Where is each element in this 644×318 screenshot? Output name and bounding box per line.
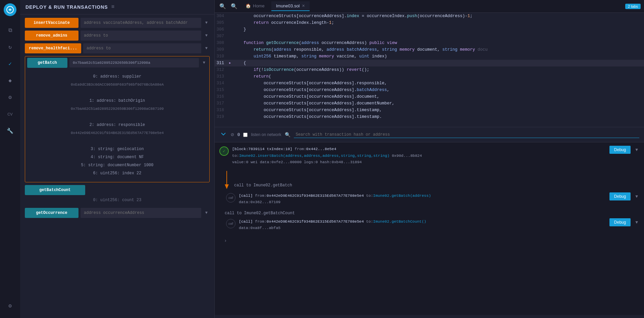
result-4-label: 4: string: document NF xyxy=(91,155,144,160)
line-num-319: 319 xyxy=(215,113,229,120)
code-editor: 304 occurrenceStructs[occurrenceAddress]… xyxy=(215,13,644,127)
result-3-label: 3: string: geolocation xyxy=(91,147,144,151)
getbatch-input[interactable] xyxy=(69,58,199,67)
more-arrow[interactable]: › xyxy=(219,237,639,245)
deploy-content: insertVaccinate ▼ remove_admins ▼ remove… xyxy=(20,14,214,318)
stop-icon[interactable]: ⊘ xyxy=(231,131,234,138)
tx-call-icon-getbatch: call xyxy=(226,193,235,202)
tx-expand-icon-1[interactable]: ▼ xyxy=(634,146,639,154)
tx-debug-btn-getbatchcount[interactable]: Debug xyxy=(609,218,631,226)
result-0-label: 0: address: supplier xyxy=(93,74,141,79)
nav-diamond-icon[interactable]: ◆ xyxy=(5,75,15,86)
func-row-insertvaccinate: insertVaccinate ▼ xyxy=(25,18,210,28)
line-num-311: 311 xyxy=(215,60,229,66)
insertvaccinate-chevron[interactable]: ▼ xyxy=(203,18,210,28)
getbatch-button[interactable]: getBatch xyxy=(27,58,67,68)
listen-checkbox[interactable] xyxy=(243,133,248,137)
tx-debug-btn-getbatch[interactable]: Debug xyxy=(609,192,631,200)
code-line-317: 317 occurrenceStructs[occurrenceAddress]… xyxy=(215,100,644,107)
tx-panel: ⊘ 0 listen on network 🔍 ✓ [block:7839114… xyxy=(215,127,644,315)
insertvaccinate-input[interactable] xyxy=(80,18,201,28)
tx-debug-btn-1[interactable]: Debug xyxy=(609,146,631,154)
tx-expand-icon-getbatchcount[interactable]: ▼ xyxy=(634,218,639,227)
removehealthfaci-input[interactable] xyxy=(83,43,201,53)
tab-imune03[interactable]: Imune03.sol ✕ xyxy=(271,1,310,11)
deploy-panel: DEPLOY & RUN TRANSACTIONS ≡ insertVaccin… xyxy=(20,0,215,318)
svg-marker-2 xyxy=(225,184,229,189)
result-5-label: 5: string: documentNumber 1000 xyxy=(81,163,153,168)
line-num-308: 308 xyxy=(215,40,229,46)
tx-count: 0 xyxy=(237,132,240,137)
code-line-313: 313 return( xyxy=(215,73,644,80)
listen-label: listen on network xyxy=(251,132,281,137)
line-num-316: 316 xyxy=(215,93,229,100)
tab-home[interactable]: 🏠 Home xyxy=(241,1,269,11)
line-num-318: 318 xyxy=(215,107,229,113)
removeadmins-chevron[interactable]: ▼ xyxy=(203,31,210,41)
getbatchcount-header: getBatchCount xyxy=(25,185,210,195)
app-logo xyxy=(4,3,16,16)
right-panel: 🔍 🔍 🏠 Home Imune03.sol ✕ 2 tabs 304 occu… xyxy=(215,0,644,318)
result-2-label: 2: address: responsible xyxy=(90,123,145,127)
tx-call-getbatch-line1: [call] from:0x442eD9E462C91f934B62E315Ed… xyxy=(239,192,606,199)
removehealthfaci-chevron[interactable]: ▼ xyxy=(203,43,210,53)
removehealthfaci-button[interactable]: remove_healthfaci... xyxy=(25,43,81,53)
removeadmins-button[interactable]: remove_admins xyxy=(25,31,78,41)
nav-refresh-icon[interactable]: ↻ xyxy=(5,42,15,52)
chevron-down-toolbar-icon[interactable] xyxy=(219,130,227,139)
tx-info-block: [block:7839114 txIndex:10] from:0x442...… xyxy=(232,146,606,152)
search-icon[interactable]: 🔍 xyxy=(285,132,290,138)
code-line-307: 307 xyxy=(215,33,644,40)
icon-sidebar: ⧉ ↻ ✓ ◆ ⚙ CV 🔧 ⚙ xyxy=(0,0,20,318)
removeadmins-input[interactable] xyxy=(80,31,201,41)
getoccurrence-input[interactable] xyxy=(80,208,201,218)
getoccurrence-chevron[interactable]: ▼ xyxy=(203,208,210,218)
nav-bug-icon[interactable]: ⚙ xyxy=(5,92,15,103)
editor-tabs: 🔍 🔍 🏠 Home Imune03.sol ✕ 2 tabs xyxy=(215,0,644,13)
line-num-312: 312 xyxy=(215,66,229,73)
getbatch-chevron[interactable]: ▼ xyxy=(201,58,207,68)
getoccurrence-button[interactable]: getOccurrence xyxy=(25,208,78,218)
nav-wrench-icon[interactable]: 🔧 xyxy=(5,126,15,136)
result-0-value: 0xEa9dC3B3c0dACC90588F683f98bf9d76BcbA88… xyxy=(71,83,164,87)
tab-imune03-close[interactable]: ✕ xyxy=(302,4,305,8)
tx-call-icon-getbatchcount: call xyxy=(226,219,235,228)
getbatchcount-result: 0: uint256: count 23 xyxy=(25,196,210,205)
zoom-out-icon[interactable]: 🔍 xyxy=(229,3,239,10)
line-num-315: 315 xyxy=(215,87,229,93)
tx-info-value: value:0 wei data:0xfe2...00000 logs:0 ha… xyxy=(232,159,606,166)
nav-gear-icon[interactable]: ⚙ xyxy=(5,301,15,311)
line-num-317: 317 xyxy=(215,100,229,107)
getoccurrence-row: getOccurrence ▼ xyxy=(25,208,210,218)
nav-cv-icon[interactable]: CV xyxy=(5,109,15,120)
tx-info-to: to:Imune02.insertBatch(address,address,a… xyxy=(232,152,606,159)
call-to-getbatch-label: call to Imune02.getBatch xyxy=(234,183,292,188)
call-to-getbatchcount-label: call to Imune02.getBatchCount xyxy=(219,211,639,216)
line-num-306: 306 xyxy=(215,26,229,33)
tx-call-getbatchcount-line1: [call] from:0x442eD9E462C91f934B62E315Ed… xyxy=(239,218,606,225)
zoom-in-icon[interactable]: 🔍 xyxy=(218,3,227,10)
tx-search-input[interactable] xyxy=(294,132,640,138)
code-line-304: 304 occurrenceStructs[occurrenceAddress]… xyxy=(215,13,644,19)
deploy-header: DEPLOY & RUN TRANSACTIONS ≡ xyxy=(20,0,214,14)
code-line-310: 310 uint256 timestamp, string memory vac… xyxy=(215,53,644,60)
tx-info-success: [block:7839114 txIndex:10] from:0x442...… xyxy=(232,146,606,166)
tx-expand-icon-getbatch[interactable]: ▼ xyxy=(634,192,639,201)
code-line-306: 306 } xyxy=(215,26,644,33)
getbatchcount-button[interactable]: getBatchCount xyxy=(25,185,85,195)
result-1-value: 0x7baA62C51a028952292650B306f12098aC8871… xyxy=(71,107,164,111)
result-6-label: 6: uint256: index 22 xyxy=(93,171,141,176)
code-line-309: 309 returns(address responsible, address… xyxy=(215,46,644,53)
nav-check-icon[interactable]: ✓ xyxy=(5,58,15,69)
tx-info-call-getbatchcount: [call] from:0x442eD9E462C91f934B62E315Ed… xyxy=(239,218,606,231)
deploy-title: DEPLOY & RUN TRANSACTIONS xyxy=(25,4,108,10)
tx-entry-call-getbatch: call [call] from:0x442eD9E462C91f934B62E… xyxy=(226,192,639,206)
line-num-309: 309 xyxy=(215,46,229,53)
result-1-label: 1: address: batchOrigin xyxy=(90,98,145,103)
tx-info-call-getbatch: [call] from:0x442eD9E462C91f934B62E315Ed… xyxy=(239,192,606,206)
code-line-308: 308 function getOccurrence(address occur… xyxy=(215,40,644,46)
nav-copy-icon[interactable]: ⧉ xyxy=(5,25,15,36)
insertvaccinate-button[interactable]: insertVaccinate xyxy=(25,18,78,28)
line-num-305: 305 xyxy=(215,19,229,26)
tx-entry-success: ✓ [block:7839114 txIndex:10] from:0x442.… xyxy=(219,146,639,166)
